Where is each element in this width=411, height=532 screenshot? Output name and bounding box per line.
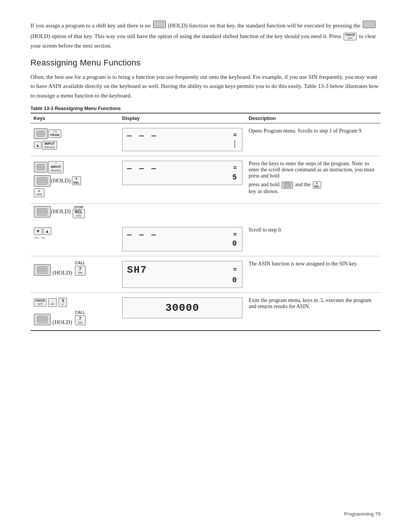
hold-text-2: (HOLD) <box>51 177 71 184</box>
display-cell-hold-rcl <box>119 203 246 222</box>
display-box-row3: — — — = 0 <box>122 227 243 251</box>
keys-cell-row5: ON/CE OFF . nCr 5 eˣ <box>30 293 119 331</box>
table-row: (HOLD) CALL 7 SIN <box>30 256 381 293</box>
svg-rect-13 <box>38 210 46 213</box>
intro-para1: If you assign a program to a shift key a… <box>30 21 381 51</box>
hold-shift-big-2 <box>34 206 51 217</box>
section-title: Reassigning Menu Functions <box>30 58 381 68</box>
desc-cell-row5: Exits the program menu, keys in .5, exec… <box>245 293 381 331</box>
call-label-5: CALL <box>75 310 85 315</box>
desc-cell-row4: The ASIN function is now assigned to the… <box>245 256 381 293</box>
svg-rect-9 <box>38 179 46 182</box>
table-row: ) % PRGM ▲ INPUT Memory <box>30 123 381 156</box>
table-row: ▼ ▲ DEL INS — — — = 0 <box>30 222 381 256</box>
hold-icon-inline <box>153 21 166 32</box>
keys-cell-row3: ▼ ▲ DEL INS <box>30 222 119 256</box>
display-box-row1: — — — = │ <box>122 128 243 151</box>
display-eq-3: = <box>233 232 238 238</box>
display-eq-1: = <box>233 132 238 139</box>
key-row-hold-rcl: (HOLD) STOP RCL STO <box>33 205 116 218</box>
up-arrow-key-3: ▲ <box>43 227 51 235</box>
display-box-row2: — — — = 5 <box>122 161 243 185</box>
sin-key-4: 7 SIN <box>75 266 86 276</box>
svg-rect-17 <box>38 318 46 321</box>
display-dashes-1: — — — <box>127 131 158 140</box>
key-row-2c: = ANS <box>33 188 116 198</box>
sh7-display: SH7 <box>127 264 147 276</box>
col-header-keys: Keys <box>30 113 119 123</box>
display-cursor-1: │ <box>233 140 237 148</box>
input-key-2: + INPUT Memory <box>48 161 64 173</box>
hold-shift-big-4 <box>34 264 51 276</box>
svg-rect-3 <box>365 22 374 26</box>
desc-cell-row3: Scroll to step 0. <box>245 222 381 256</box>
display-num-3: 0 <box>232 239 237 248</box>
page-content: If you assign a program to a shift key a… <box>30 21 381 331</box>
page-footer: Programming 79 <box>344 511 381 517</box>
up-arrow-key: ▲ <box>34 142 41 149</box>
display-eq-2: = <box>233 165 238 172</box>
display-dashes-3: — — — <box>127 230 158 239</box>
del-key-inline: ▼ DEL <box>313 181 321 189</box>
svg-rect-5 <box>38 133 43 135</box>
display-big-5: 30000 <box>166 302 199 314</box>
five-key-5: 5 eˣ <box>59 298 67 307</box>
keys-cell-row4: (HOLD) CALL 7 SIN <box>30 256 119 293</box>
key-row-1b: ▲ INPUT Memory <box>33 141 116 150</box>
table-caption: Table 13-3 Reassigning Menu Functions <box>30 106 381 111</box>
display-box-row5: 30000 <box>122 297 243 318</box>
display-cell-row2: — — — = 5 <box>119 156 246 203</box>
desc-text-row2c: key as shown. <box>249 189 378 195</box>
svg-rect-11 <box>285 184 290 186</box>
prgm-key: ) % PRGM <box>48 129 61 138</box>
once-key-inline: ON/CE OFF <box>344 33 356 40</box>
display-cell-row4: SH7 = 0 <box>119 256 246 293</box>
hold-shift-big-5 <box>34 314 51 325</box>
del-label: DEL <box>34 236 40 239</box>
desc-cell-row1: Opens Program menu. Scrolls to step 1 of… <box>245 123 381 156</box>
desc-text-row2b: press and hold and the ▼ DEL <box>249 181 378 189</box>
display-eq-4: = <box>233 267 238 273</box>
and-the-text: and the <box>295 182 311 187</box>
rcl-sto-key: RCL STO <box>73 209 85 218</box>
footer-text: Programming 79 <box>344 511 381 517</box>
hold-shift-big <box>34 175 51 187</box>
display-num-4: 0 <box>232 276 237 284</box>
desc-cell-hold-rcl <box>245 203 381 222</box>
hold-text-4: (HOLD) <box>53 270 72 276</box>
col-header-desc: Description <box>245 113 381 123</box>
key-row-2b: (HOLD) ▼ DEL <box>33 175 116 187</box>
once-key-5: ON/CE OFF <box>34 299 46 306</box>
display-num-2: 5 <box>232 173 237 182</box>
keys-cell-row1: ) % PRGM ▲ INPUT Memory <box>30 123 119 156</box>
desc-cell-row2: Press the keys to enter the steps of the… <box>245 156 381 203</box>
key-row-1a: ) % PRGM <box>33 128 116 139</box>
desc-text-row1: Opens Program menu. Scrolls to step 1 of… <box>249 128 363 134</box>
down-arrow-key: ▼ <box>34 227 42 235</box>
display-cell-row5: 30000 <box>119 293 246 331</box>
key-row-2a: + INPUT Memory <box>33 161 116 174</box>
display-box-row4: SH7 = 0 <box>122 261 243 288</box>
hold-text-5: (HOLD) <box>53 319 72 326</box>
hold-inline-icon <box>282 182 293 189</box>
section-body: Often, the best use for a program is to … <box>30 72 381 101</box>
desc-text-row5: Exits the program menu, keys in .5, exec… <box>249 297 371 309</box>
key-row-3: ▼ ▲ <box>33 227 116 235</box>
reassigning-menu-table: Keys Display Description ) % PRGM <box>30 113 381 331</box>
hold-icon-inline2 <box>363 21 376 32</box>
display-cell-row3: — — — = 0 <box>119 222 246 256</box>
keys-cell-row2: + INPUT Memory (HOLD) ▼ DEL <box>30 156 119 203</box>
ins-label: INS <box>41 236 46 239</box>
desc-text-row3: Scroll to step 0. <box>249 227 282 233</box>
table-row: + INPUT Memory (HOLD) ▼ DEL <box>30 156 381 203</box>
shift-key-2 <box>34 162 48 173</box>
hold-text-rcl: (HOLD) <box>51 208 71 215</box>
table-row-hold-rcl: (HOLD) STOP RCL STO <box>30 203 381 222</box>
dot-key-5: . nCr <box>48 298 57 307</box>
del-key-2: ▼ DEL <box>72 176 81 185</box>
call-label-4: CALL <box>75 261 85 265</box>
shift-key-icon <box>34 128 48 139</box>
table-row: ON/CE OFF . nCr 5 eˣ <box>30 293 381 331</box>
intro-section: If you assign a program to a shift key a… <box>30 21 381 51</box>
display-cell-row1: — — — = │ <box>119 123 246 156</box>
